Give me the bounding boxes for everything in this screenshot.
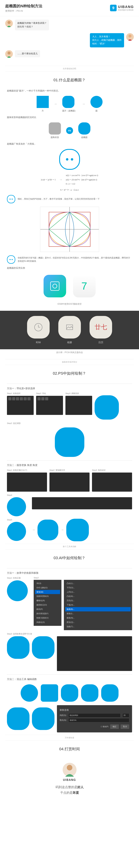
svg-point-0 [7,21,10,24]
step-label: Step3: 调整形状 [65,392,92,395]
method-title: 方法二：混合工具 编辑函数 [7,675,132,681]
result-shape [32,636,55,659]
logo-sub: 专注UI设计分享社区 [118,9,134,11]
cancel-button[interactable]: 取消 [120,724,129,729]
avatar [126,33,134,41]
formula: S = 4¹⁻¹/ⁿ · a · √cos t [60,188,79,192]
svg-point-8 [53,284,57,288]
footer-avatar [63,763,76,777]
formula: |x/a|ⁿ + |y/b|ⁿ = 1 [41,178,56,182]
result-shape [7,636,30,659]
superellipse-shape [81,684,98,702]
step-label: Step1: 绘制正圆 [7,577,31,579]
svg-point-13 [67,765,72,770]
face-icon [59,149,80,170]
superellipse-shape [62,96,74,108]
svg-point-1 [129,34,132,37]
ai-menu-screenshot: 3D(3) SVG 滤镜(G) 变形(W) 扭曲和变换(D) 栅格化(R) 裁剪… [34,580,62,626]
section-title: 04.打赏时间 [0,742,139,756]
ok-button[interactable]: 确定 [110,724,119,729]
method-title: 方法二：圆形变换 角度‧角度 [7,460,132,467]
step-label: Step1: 绘制选区 [7,392,34,395]
ps-screenshot [7,396,34,415]
result-shape [7,707,30,730]
circle-shape [7,580,28,601]
description: 超椭圆就是"圆方"，一种介于方和圆的一种中间形态。 [7,89,132,92]
chat-bubble: 大人，东方有报！ 回大人，此物乃超椭圆，国外 特叫："肥方" [90,33,124,48]
vs-badge: VS [66,127,73,134]
ios-icon [43,275,66,298]
caption: 设计师：PY24 和风主题作品 [7,351,132,354]
step-label: Step3: 角色设定 [92,469,132,471]
section-title: 01.什么是超椭圆？ [0,73,139,87]
logo-text: UIBANG [118,5,134,9]
blend-dialog: 膨胀选项 间距(S):指定的间距20 取向(N):直线方向 ☐ 预览(P) 确定… [57,705,132,733]
face-icon [7,255,15,264]
avatar [5,50,13,58]
note-text: 哦哈，用你已知的PS技能，为下，数学不好我懂，我也不懂，让我们用另类再好好看一下 [18,197,100,201]
divider-label: 万年都知道 [5,735,134,741]
description: 圆角矩形和超椭圆的区别对比 [7,116,132,119]
step-label: Step2: 羽化 [36,392,63,395]
result-shape [95,395,119,420]
result-shape [55,427,84,457]
curve-diagram [40,207,99,252]
ps-screenshot [92,472,132,492]
ios-icon: 7 [73,275,96,298]
arrow-icon: → [82,102,85,106]
caption: IOS8中使用IOS7图标造型 [7,303,132,306]
circle-shape [7,522,26,541]
step-label: Step2: 复制圆文件 [49,469,90,471]
ps-screenshot [65,396,92,415]
square-shape [37,96,49,108]
svg-point-2 [7,52,10,55]
step-label: Step3: 选用效果合适即可打发 [7,632,132,635]
arrow-icon: → [61,528,64,532]
section-title: 02.PS中如何绘制？ [0,367,139,380]
circle-shape [91,96,103,108]
result-shape [66,519,89,541]
chat-bubble: ……那个家伙给卖儿 [15,50,40,57]
method-title: 方法一：羽化形+形状选择 [7,384,132,390]
chat-bubble: 超椭圆为何物？谁来告诉我？ 挖坑哥？优优？ [15,20,49,30]
svg-rect-7 [50,282,59,290]
step-label: Step2: 选定调形 [7,422,132,425]
result-shape [37,520,58,540]
arrow-icon: → [59,178,62,182]
description: 超椭圆的应用实例 [7,267,132,270]
description: 超椭圆广角度表的「大熊猫」 [7,142,132,146]
step-label: Step4: [7,494,30,496]
step-label: Step2: [34,577,62,579]
step-label: Step5: [7,519,30,521]
album-icon [58,316,81,339]
divider-label: 换个工具来讲解 [5,544,134,550]
ps-screenshot [7,472,47,492]
page-title: 超椭圆的N种绘制方法 [5,3,42,9]
footer-message: 码到这点整的是好人 干点的是坏蛋 [0,784,139,796]
logo: 9 UIBANG 专注UI设计分享社区 [110,5,134,11]
formula: x(t) = ±a·cos²/ⁿt · |cos t|²/ⁿ·sgn(cos t… [66,173,98,186]
page-subtitle: 使用软件：PS+AI [5,9,42,12]
section-title: 03.AI中如何绘制？ [0,551,139,565]
clock-icon [27,316,49,339]
note-text: 你能看到的方形与圆（椭圆）是N>2，但是矩形与综合在2时无限大，中间面积的2个曲… [18,256,132,263]
superellipse-shape [101,684,118,702]
divider-label: 接着来学操作部分 [5,359,134,365]
arrow-icon: → [32,528,35,532]
superellipse-shape [61,684,78,702]
method-title: 方法一：效果中的鱼眼和膨胀 [7,568,132,575]
avatar [5,20,13,27]
face-icon [7,195,15,203]
ai-dialog-screenshot [57,636,132,671]
ps-screenshot [49,472,90,492]
calendar-icon: 廿七 [90,316,112,339]
circle-shape [21,684,38,702]
ps-toolbar-screenshot [32,497,132,509]
arrow-icon: → [54,102,57,106]
step-label: Step1: 绘制正圆(Ctrl+T) [7,469,47,471]
rounded-rect-shape [49,122,61,134]
footer-name: UIBANG [0,778,139,781]
result-shape [32,707,55,730]
ai-submenu-screenshot: 凸出(L)... 下凹(O)... 上凹(U)... 凸起(A)... 贝壳(S… [64,580,132,630]
superellipse-shape [78,122,91,134]
